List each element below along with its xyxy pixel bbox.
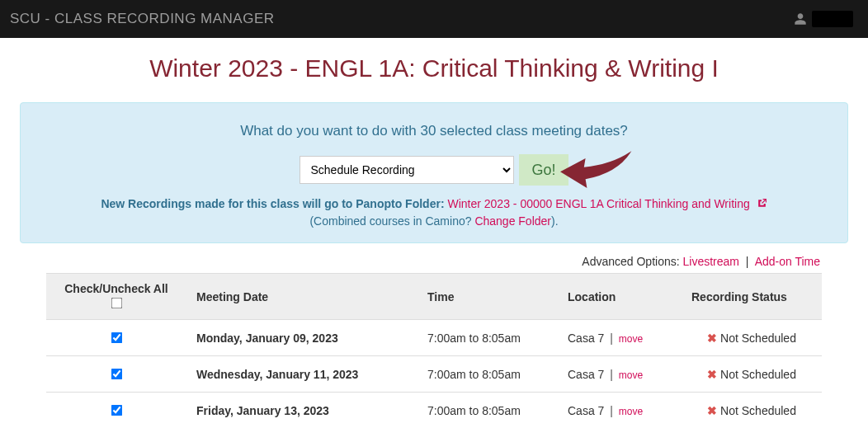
livestream-link[interactable]: Livestream (683, 255, 739, 268)
col-header-time: Time (417, 274, 558, 320)
pointer-arrow-icon (560, 151, 634, 200)
advanced-label: Advanced Options: (582, 255, 682, 268)
panopto-folder-link-text: Winter 2023 - 00000 ENGL 1A Critical Thi… (447, 197, 749, 210)
change-folder-link[interactable]: Change Folder (474, 214, 551, 228)
action-row: Schedule Recording Go! (300, 154, 568, 186)
meeting-time: 7:00am to 8:05am (427, 404, 521, 417)
app-brand: SCU - CLASS RECORDING MANAGER (10, 11, 275, 27)
location-separator: | (606, 404, 616, 417)
meeting-date: Monday, January 09, 2023 (196, 332, 338, 345)
location-separator: | (606, 368, 616, 381)
col-header-check-label: Check/Uncheck All (56, 282, 177, 295)
folder-line: New Recordings made for this class will … (37, 197, 831, 211)
recording-status: Not Scheduled (720, 404, 796, 417)
recording-status: Not Scheduled (720, 368, 796, 381)
x-icon: ✖ (707, 368, 717, 381)
combined-line: (Combined courses in Camino? Change Fold… (37, 214, 831, 228)
meeting-date: Friday, January 13, 2023 (196, 404, 329, 417)
user-icon (794, 12, 807, 26)
move-link[interactable]: move (619, 333, 643, 345)
advanced-options: Advanced Options: Livestream | Add-on Ti… (20, 255, 820, 268)
action-panel: What do you want to do with 30 selected … (20, 102, 848, 243)
recording-status: Not Scheduled (720, 332, 796, 345)
row-checkbox[interactable] (111, 405, 123, 416)
schedule-table: Check/Uncheck All Meeting Date Time Loca… (46, 273, 822, 428)
meeting-time: 7:00am to 8:05am (427, 368, 521, 381)
check-all-checkbox[interactable] (111, 298, 123, 309)
external-link-icon (757, 198, 767, 211)
go-button[interactable]: Go! (519, 154, 568, 186)
meeting-location: Casa 7 (568, 368, 604, 381)
x-icon: ✖ (707, 332, 717, 345)
meeting-time: 7:00am to 8:05am (427, 332, 521, 345)
user-menu[interactable] (794, 11, 853, 27)
col-header-date: Meeting Date (186, 274, 417, 320)
combined-prefix: (Combined courses in Camino? (309, 214, 474, 228)
location-separator: | (606, 332, 616, 345)
page-title: Winter 2023 - ENGL 1A: Critical Thinking… (20, 54, 848, 82)
user-name (812, 11, 853, 27)
combined-suffix: ). (551, 214, 559, 228)
panel-question: What do you want to do with 30 selected … (37, 123, 831, 139)
meeting-date: Wednesday, January 11, 2023 (196, 368, 358, 381)
move-link[interactable]: move (619, 369, 643, 381)
action-select[interactable]: Schedule Recording (300, 156, 514, 184)
navbar: SCU - CLASS RECORDING MANAGER (0, 0, 868, 38)
meeting-location: Casa 7 (568, 404, 604, 417)
row-checkbox[interactable] (111, 369, 123, 380)
move-link[interactable]: move (619, 406, 643, 417)
table-row: Monday, January 09, 20237:00am to 8:05am… (46, 320, 822, 356)
col-header-location: Location (558, 274, 682, 320)
folder-prefix: New Recordings made for this class will … (101, 197, 447, 210)
row-checkbox[interactable] (111, 332, 123, 344)
table-header-row: Check/Uncheck All Meeting Date Time Loca… (46, 274, 822, 320)
col-header-check: Check/Uncheck All (46, 274, 186, 320)
addon-time-link[interactable]: Add-on Time (755, 255, 820, 268)
meeting-location: Casa 7 (568, 332, 604, 345)
col-header-status: Recording Status (682, 274, 822, 320)
table-row: Friday, January 13, 20237:00am to 8:05am… (46, 393, 822, 429)
table-row: Wednesday, January 11, 20237:00am to 8:0… (46, 356, 822, 393)
advanced-separator: | (746, 255, 749, 268)
panopto-folder-link[interactable]: Winter 2023 - 00000 ENGL 1A Critical Thi… (447, 197, 767, 210)
x-icon: ✖ (707, 404, 717, 417)
